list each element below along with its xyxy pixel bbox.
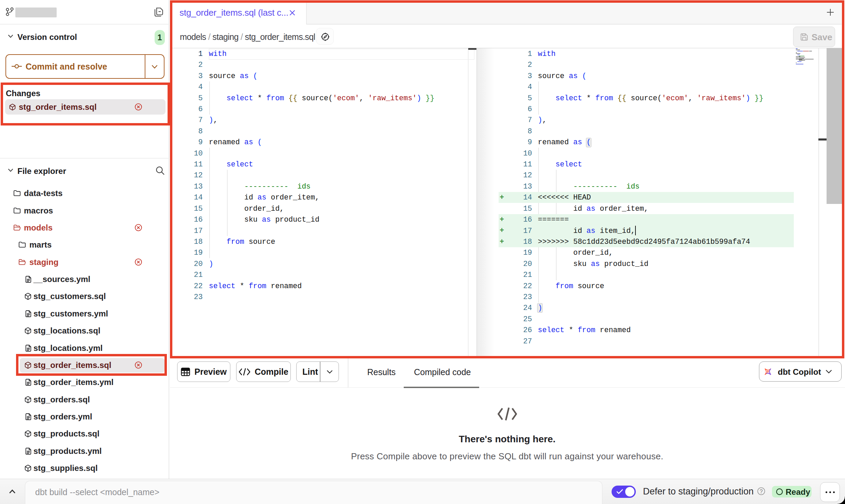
svg-text:?: ?: [760, 489, 763, 494]
